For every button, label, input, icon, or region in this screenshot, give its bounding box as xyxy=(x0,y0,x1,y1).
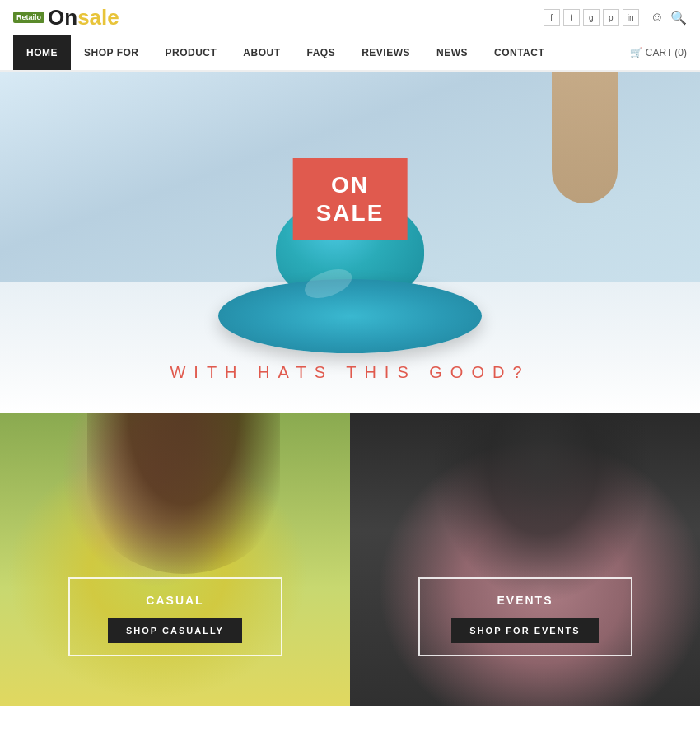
hero-tagline: WITH HATS THIS GOOD? xyxy=(0,363,700,382)
nav-news[interactable]: NEWS xyxy=(423,35,481,70)
logo-sale: sale xyxy=(77,5,119,30)
cart-icon: 🛒 xyxy=(630,47,642,58)
casual-overlay: CASUAL SHOP CASUALLY xyxy=(68,577,282,656)
nav-about[interactable]: ABOUT xyxy=(230,35,293,70)
badge-line1: ON xyxy=(316,171,385,199)
nav-product[interactable]: PRODUCT xyxy=(152,35,230,70)
nav-shop-for[interactable]: SHOP FOR xyxy=(71,35,152,70)
facebook-icon[interactable]: f xyxy=(544,9,560,26)
search-icon[interactable]: 🔍 xyxy=(670,10,687,26)
nav-reviews[interactable]: REVIEWS xyxy=(348,35,423,70)
nav-faqs[interactable]: FAQS xyxy=(293,35,348,70)
googleplus-icon[interactable]: g xyxy=(583,9,600,26)
brand-badge: Retailo xyxy=(13,12,44,23)
top-actions: ☺ 🔍 xyxy=(651,10,687,26)
casual-title: CASUAL xyxy=(86,594,264,607)
main-nav: HOME SHOP FOR PRODUCT ABOUT FAQS REVIEWS… xyxy=(0,35,700,72)
nav-contact[interactable]: CONTACT xyxy=(481,35,558,70)
events-panel: EVENTS SHOP FOR EVENTS xyxy=(350,413,700,706)
nav-home[interactable]: HOME xyxy=(13,35,71,70)
brand-name: Onsale xyxy=(48,7,119,28)
linkedin-icon[interactable]: in xyxy=(623,9,639,26)
casual-panel: CASUAL SHOP CASUALLY xyxy=(0,413,350,706)
twitter-icon[interactable]: t xyxy=(563,9,580,26)
hero-banner: ON SALE WITH HATS THIS GOOD? xyxy=(0,72,700,413)
cart-button[interactable]: 🛒 CART (0) xyxy=(630,47,687,58)
badge-line2: SALE xyxy=(316,199,385,227)
casual-panel-image xyxy=(0,413,350,706)
category-panels: CASUAL SHOP CASUALLY EVENTS SHOP FOR EVE… xyxy=(0,413,700,706)
arm-graphic xyxy=(552,72,618,203)
hero-background: ON SALE WITH HATS THIS GOOD? xyxy=(0,72,700,413)
logo-on: On xyxy=(48,5,77,30)
user-icon[interactable]: ☺ xyxy=(651,10,664,26)
on-sale-badge: ON SALE xyxy=(293,158,408,240)
hat-brim xyxy=(218,279,482,353)
top-bar: Retailo Onsale f t g p in ☺ 🔍 xyxy=(0,0,700,35)
casual-shop-button[interactable]: SHOP CASUALLY xyxy=(108,618,242,643)
pinterest-icon[interactable]: p xyxy=(603,9,619,26)
events-panel-image xyxy=(350,413,700,706)
social-icons-group: f t g p in xyxy=(544,9,639,26)
cart-label: CART (0) xyxy=(646,47,687,58)
events-overlay: EVENTS SHOP FOR EVENTS xyxy=(418,577,632,656)
logo[interactable]: Retailo Onsale xyxy=(13,7,119,28)
top-right-area: f t g p in ☺ 🔍 xyxy=(544,9,687,26)
events-shop-button[interactable]: SHOP FOR EVENTS xyxy=(451,618,598,643)
events-title: EVENTS xyxy=(436,594,614,607)
